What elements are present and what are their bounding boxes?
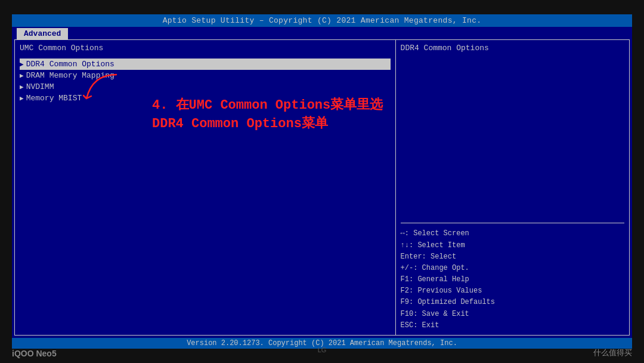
help-f1: F1: General Help [401, 274, 624, 285]
top-bar-text: Aptio Setup Utility – Copyright (C) 2021… [163, 16, 482, 25]
help-enter-select: Enter: Select [401, 251, 624, 263]
right-panel-title: DDR4 Common Options [401, 44, 624, 53]
help-f9: F9: Optimized Defaults [401, 297, 624, 308]
menu-item-nvdimm[interactable]: ▶ NVDIMM [20, 81, 391, 93]
help-select-screen: ↔: Select Screen [401, 228, 624, 239]
menu-item-mbist[interactable]: ▶ Memory MBIST [20, 93, 391, 104]
help-f2: F2: Previous Values [401, 285, 624, 297]
brand-left: iQOO Neo5 [12, 349, 57, 358]
help-change-opt: +/-: Change Opt. [401, 263, 624, 274]
right-panel: DDR4 Common Options ↔: Select Screen ↑↓:… [396, 40, 629, 335]
arrow-icon-dram: ▶ [20, 72, 24, 79]
help-select-item: ↑↓: Select Item [401, 240, 624, 251]
lg-logo: LG [318, 346, 327, 353]
advanced-tab[interactable]: Advanced [17, 28, 68, 39]
menu-item-ddr4[interactable]: ▶ DDR4 Common Options [20, 59, 391, 70]
left-panel: UMC Common Options ▶ DDR4 Common Options… [15, 40, 396, 335]
arrow-icon-mbist: ▶ [20, 94, 24, 102]
main-content: UMC Common Options ▶ DDR4 Common Options… [14, 39, 630, 336]
tab-row: Advanced [12, 27, 632, 39]
brand-right: 什么值得买 [593, 347, 632, 358]
help-f10: F10: Save & Exit [401, 309, 624, 320]
help-esc: ESC: Exit [401, 320, 624, 331]
section-title: UMC Common Options [20, 44, 391, 53]
arrow-icon-nvdimm: ▶ [20, 83, 24, 91]
bios-screen: Aptio Setup Utility – Copyright (C) 2021… [12, 14, 632, 349]
menu-item-dram[interactable]: ▶ DRAM Memory Mapping [20, 70, 391, 81]
monitor-outer: Aptio Setup Utility – Copyright (C) 2021… [0, 0, 644, 363]
help-section: ↔: Select Screen ↑↓: Select Item Enter: … [401, 223, 624, 331]
arrow-icon-ddr4: ▶ [20, 60, 24, 68]
top-bar: Aptio Setup Utility – Copyright (C) 2021… [12, 14, 632, 27]
